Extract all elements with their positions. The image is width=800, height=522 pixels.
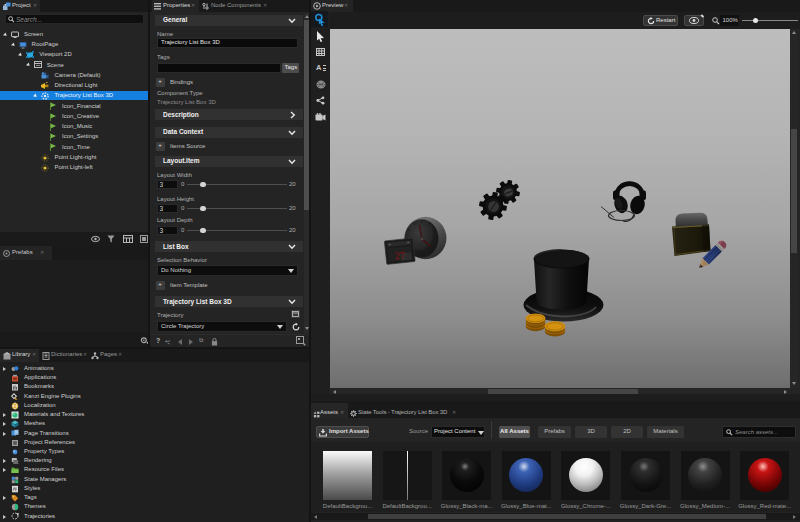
svg-text:27: 27 (394, 249, 406, 261)
